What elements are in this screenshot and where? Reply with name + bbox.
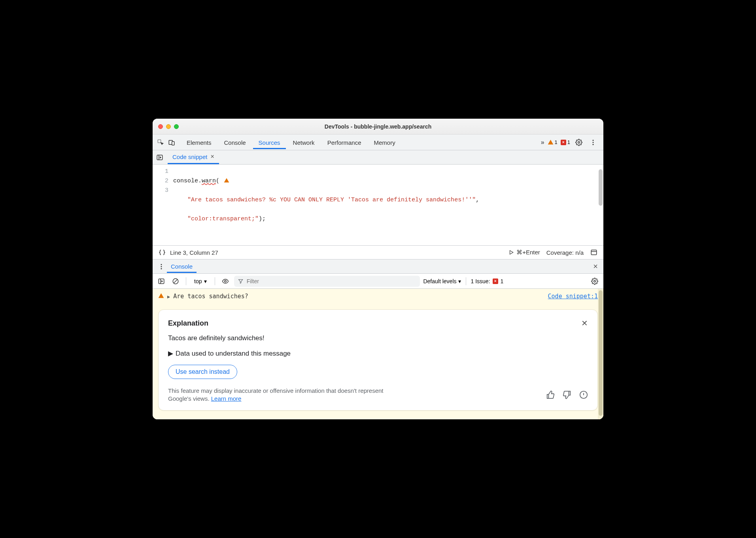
svg-point-6 xyxy=(593,144,594,145)
scroll-thumb[interactable] xyxy=(599,290,603,416)
tab-elements[interactable]: Elements xyxy=(181,136,217,149)
tabs-right-cluster: » 1 × 1 xyxy=(541,137,599,148)
pretty-print-icon[interactable] xyxy=(157,247,168,258)
disclaimer-text: This feature may display inaccurate or o… xyxy=(168,387,384,402)
console-log-row[interactable]: ▶ Are tacos sandwiches? Code snippet:1 xyxy=(158,292,598,301)
main-tabs-bar: Elements Console Sources Network Perform… xyxy=(153,134,603,150)
line-number: 2 xyxy=(153,176,168,186)
console-scrollbar[interactable] xyxy=(598,289,603,419)
explanation-title: Explanation xyxy=(168,319,208,328)
inline-warning-icon xyxy=(224,178,229,183)
execution-context-select[interactable]: top ▾ xyxy=(191,277,210,286)
window-title: DevTools - bubble-jingle.web.app/search xyxy=(153,123,603,130)
console-sidebar-toggle-icon[interactable] xyxy=(156,276,167,287)
log-levels-select[interactable]: Default levels ▾ xyxy=(423,278,461,284)
learn-more-link[interactable]: Learn more xyxy=(211,395,242,402)
code-string: "Are tacos sandwiches? %c YOU CAN ONLY R… xyxy=(187,197,476,203)
close-tab-icon[interactable]: × xyxy=(210,153,214,160)
disclosure-triangle-icon: ▶ xyxy=(168,349,173,358)
console-toolbar: top ▾ Default levels ▾ 1 Issue: × 1 xyxy=(153,274,603,289)
levels-label: Default levels xyxy=(423,278,456,284)
live-expression-icon[interactable] xyxy=(220,276,231,287)
console-kebab-icon[interactable] xyxy=(156,261,167,272)
console-drawer-tab[interactable]: Console xyxy=(167,260,197,273)
code-token: ); xyxy=(259,216,266,222)
console-filter[interactable] xyxy=(234,276,420,287)
svg-point-11 xyxy=(161,268,162,269)
tab-sources[interactable]: Sources xyxy=(253,136,286,149)
code-token: console. xyxy=(173,178,202,184)
svg-rect-2 xyxy=(172,141,174,145)
run-snippet-button[interactable]: ⌘+Enter xyxy=(508,249,540,256)
tab-memory[interactable]: Memory xyxy=(369,136,401,149)
run-hint-label: ⌘+Enter xyxy=(516,249,540,256)
editor-code[interactable]: console.warn( "Are tacos sandwiches? %c … xyxy=(173,165,482,245)
issues-label: 1 Issue: xyxy=(471,278,490,284)
thumbs-up-icon[interactable] xyxy=(546,390,555,399)
issues-count: 1 xyxy=(501,278,504,284)
main-tabs: Elements Console Sources Network Perform… xyxy=(181,136,541,149)
log-source-link[interactable]: Code snippet:1 xyxy=(548,293,598,300)
report-icon[interactable] xyxy=(579,390,588,399)
clear-console-icon[interactable] xyxy=(170,276,181,287)
code-editor[interactable]: 1 2 3 console.warn( "Are tacos sandwiche… xyxy=(153,165,603,245)
editor-scrollbar[interactable] xyxy=(598,169,603,206)
context-label: top xyxy=(194,278,202,284)
editor-tab-label: Code snippet xyxy=(172,153,207,160)
devtools-window: DevTools - bubble-jingle.web.app/search … xyxy=(153,119,603,419)
editor-status-bar: Line 3, Column 27 ⌘+Enter Coverage: n/a xyxy=(153,245,603,260)
explanation-card: Explanation ✕ Tacos are definitely sandw… xyxy=(158,309,598,411)
warning-triangle-icon xyxy=(548,139,554,145)
svg-point-14 xyxy=(225,280,227,282)
funnel-icon xyxy=(238,278,243,284)
code-token-warn: warn xyxy=(202,178,216,184)
show-navigator-icon[interactable] xyxy=(154,152,165,163)
svg-point-3 xyxy=(578,141,580,143)
console-output[interactable]: ▶ Are tacos sandwiches? Code snippet:1 E… xyxy=(153,289,603,419)
editor-gutter: 1 2 3 xyxy=(153,165,173,245)
thumbs-down-icon[interactable] xyxy=(563,390,571,399)
inspect-element-icon[interactable] xyxy=(155,137,166,148)
warnings-count: 1 xyxy=(555,139,558,145)
coverage-label: Coverage: n/a xyxy=(546,249,584,256)
error-badge-icon: × xyxy=(493,278,498,284)
scroll-thumb[interactable] xyxy=(599,169,603,206)
explanation-data-row[interactable]: ▶ Data used to understand this message xyxy=(168,349,588,358)
console-filter-input[interactable] xyxy=(247,278,416,284)
cursor-position: Line 3, Column 27 xyxy=(170,249,218,256)
caret-down-icon: ▾ xyxy=(204,278,207,284)
window-titlebar: DevTools - bubble-jingle.web.app/search xyxy=(153,119,603,134)
svg-point-15 xyxy=(594,280,596,282)
use-search-button[interactable]: Use search instead xyxy=(168,365,237,379)
warning-triangle-icon xyxy=(158,293,164,299)
line-number: 1 xyxy=(153,167,168,176)
console-settings-gear-icon[interactable] xyxy=(589,276,600,287)
warnings-indicator[interactable]: 1 xyxy=(548,139,558,145)
play-icon xyxy=(508,250,514,255)
code-token: ( xyxy=(216,178,219,184)
tab-network[interactable]: Network xyxy=(287,136,320,149)
code-token: , xyxy=(476,197,479,203)
editor-tab-code-snippet[interactable]: Code snippet × xyxy=(168,150,219,164)
close-drawer-icon[interactable]: × xyxy=(591,262,600,271)
disclosure-triangle-icon[interactable]: ▶ xyxy=(167,294,170,299)
settings-gear-icon[interactable] xyxy=(573,137,584,148)
toggle-sidebar-icon[interactable] xyxy=(588,247,599,258)
log-message: Are tacos sandwiches? xyxy=(173,293,544,300)
line-number: 3 xyxy=(153,186,168,195)
errors-indicator[interactable]: × 1 xyxy=(561,139,570,145)
issues-indicator[interactable]: 1 Issue: × 1 xyxy=(471,278,504,284)
error-badge-icon: × xyxy=(561,140,566,145)
svg-point-5 xyxy=(593,142,594,143)
svg-point-4 xyxy=(593,140,594,141)
code-string: "color:transparent;" xyxy=(187,216,259,222)
tab-performance[interactable]: Performance xyxy=(322,136,367,149)
kebab-menu-icon[interactable] xyxy=(588,137,599,148)
tabs-overflow-icon[interactable]: » xyxy=(541,139,544,146)
tab-console[interactable]: Console xyxy=(219,136,251,149)
data-row-label: Data used to understand this message xyxy=(176,350,291,358)
close-card-icon[interactable]: ✕ xyxy=(581,318,588,328)
svg-point-9 xyxy=(161,264,162,265)
svg-point-10 xyxy=(161,266,162,267)
device-toolbar-icon[interactable] xyxy=(166,137,177,148)
